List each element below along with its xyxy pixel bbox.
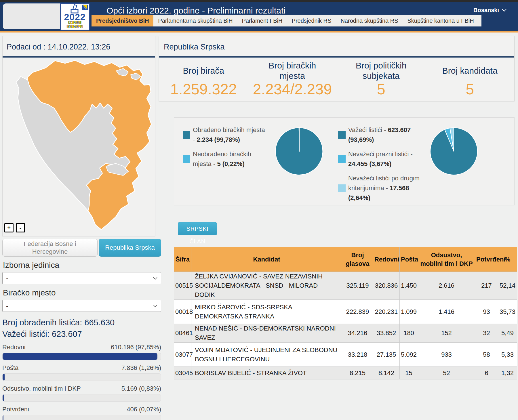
cell-sifra: 03045 — [174, 367, 191, 379]
table-header-row: Šifra Kandidat Broj glasova Redovni Pošt… — [174, 247, 517, 272]
logo-background-panel — [3, 3, 60, 29]
legend-swatch — [338, 184, 346, 192]
col-odsustvo: Odsustvo, mobilni tim i DKP — [418, 247, 475, 272]
cell-sifra: 00515 — [174, 272, 191, 300]
tab-narodna-skupstina-rs[interactable]: Narodna skupština RS — [336, 15, 403, 26]
page: { "header": { "title": "Opći izbori 2022… — [0, 0, 518, 420]
tab-predsjednik-rs[interactable]: Predsjednik RS — [287, 15, 336, 26]
cell-posta: 1.099 — [400, 300, 418, 324]
cell-broj-glasova: 34.216 — [342, 324, 373, 343]
col-posta: Pošta — [400, 247, 418, 272]
election-2022-logo: 2022 IZBORI ИЗБОРИ — [60, 3, 90, 30]
tab-skupstine-kantona-fbih[interactable]: Skupštine kantona u FBiH — [403, 15, 479, 26]
bar-value: 406 (0,07%) — [127, 406, 161, 413]
cell-pct: 52,14 — [498, 272, 517, 300]
language-selector[interactable]: Bosanski — [473, 7, 506, 14]
candidates-results-table: Šifra Kandidat Broj glasova Redovni Pošt… — [174, 247, 517, 379]
cell-posta: 5.092 — [400, 343, 418, 367]
progress-track — [2, 415, 161, 420]
polling-stations-pie-chart — [275, 127, 324, 176]
legend-item: Važeći listići - 623.607 (93,69%) — [338, 125, 426, 145]
cell-redovni: 8.142 — [373, 367, 400, 379]
progress-fill — [3, 415, 3, 420]
bar-label: Potvrđeni — [2, 406, 29, 413]
stat-biracka-mjesta: Broj biračkih mjesta 2.234/2.239 — [248, 58, 337, 101]
cell-pct: 5,49 — [498, 324, 517, 343]
col-potvrdjeni: Potvrđeni — [475, 247, 498, 272]
processed-ballots-total: Broj obrađenih listića: 665.630 — [2, 317, 161, 328]
cell-potvrdjeni: 217 — [475, 272, 498, 300]
stat-broj-biraca: Broj birača 1.259.322 — [159, 58, 248, 101]
cell-pct: 1,32 — [498, 367, 517, 379]
legend-value: 24.455 (3,67%) — [348, 160, 391, 167]
cell-posta: 180 — [400, 324, 418, 343]
cell-broj-glasova: 33.218 — [342, 343, 373, 367]
legend-swatch — [183, 131, 190, 139]
cell-potvrdjeni: 32 — [475, 324, 498, 343]
legend-swatch — [338, 155, 346, 163]
tab-parlamentarna-skupstina-bih[interactable]: Parlamentarna skupština BiH — [153, 15, 237, 26]
stat-politicki-subjekti: Broj političkih subjekata 5 — [337, 58, 426, 101]
stat-label: Broj biračkih mjesta — [248, 58, 337, 81]
bar-group-odsustvo: Odsustvo, mobilni tim i DKP 5.169 (0,83%… — [2, 385, 161, 402]
cell-redovni: 320.836 — [373, 272, 400, 300]
legend-value: 2.234 (99,78%) — [197, 136, 240, 143]
logo-subtitle: IZBORI ИЗБОРИ — [61, 20, 89, 28]
cell-pct: 5,33 — [498, 343, 517, 367]
table-row: 03077 VOJIN MIJATOVIĆ - UJEDINJENI ZA SL… — [174, 343, 517, 367]
tab-republika-srpska[interactable]: Republika Srpska — [99, 239, 161, 257]
izborna-jedinica-select[interactable]: - — [2, 272, 161, 284]
cell-odsustvo: 933 — [418, 343, 475, 367]
valid-ballots-total: Važeći listići: 623.607 — [2, 329, 161, 339]
stat-value: 2.234/2.239 — [253, 81, 332, 97]
table-row: 03045 BORISLAV BIJELIĆ - STRANKA ŽIVOT 8… — [174, 367, 517, 379]
cell-sifra: 00461 — [174, 324, 191, 343]
polling-stations-legend: Obrađeno biračkih mjesta - 2.234 (99,78%… — [183, 125, 266, 205]
bar-group-potvrdjeni: Potvrđeni 406 (0,07%) — [2, 406, 161, 420]
cell-broj-glasova: 8.215 — [342, 367, 373, 379]
cell-odsustvo: 52 — [418, 367, 475, 379]
cell-pct: 35,73 — [498, 300, 517, 324]
cell-odsustvo: 2.616 — [418, 272, 475, 300]
bar-value: 5.169 (0,83%) — [121, 385, 161, 392]
tab-federacija-bih[interactable]: Federacija Bosne i Hercegovine — [2, 239, 98, 257]
bar-label: Odsustvo, mobilni tim i DKP — [2, 385, 81, 392]
bih-flag-icon — [82, 5, 88, 10]
stat-value: 5 — [377, 81, 385, 97]
progress-fill — [3, 374, 5, 381]
stat-value: 5 — [466, 81, 474, 97]
izborna-jedinica-label: Izborna jedinica — [3, 261, 161, 270]
stat-label: Broj političkih subjekata — [337, 58, 426, 81]
ballots-legend: Važeći listići - 623.607 (93,69%) Nevaže… — [338, 125, 426, 205]
tab-predsjednistvo-bih[interactable]: Predsjedništvo BiH — [92, 15, 153, 26]
cell-sifra: 00018 — [174, 300, 191, 324]
bar-value: 610.196 (97,85%) — [111, 343, 161, 351]
progress-track — [2, 353, 161, 360]
map-zoom-in-button[interactable]: + — [4, 223, 14, 232]
legend-name: Nevažeći prazni listići - — [348, 150, 413, 158]
bar-group-posta: Pošta 7.836 (1,26%) — [2, 364, 161, 381]
legend-item: Nevažeći listići po drugim kriterijumima… — [338, 173, 426, 203]
srpski-clan-button[interactable]: SRPSKI ČLAN — [178, 222, 217, 235]
cell-redovni: 27.135 — [373, 343, 400, 367]
cell-kandidat: VOJIN MIJATOVIĆ - UJEDINJENI ZA SLOBODNU… — [191, 343, 342, 367]
data-timestamp: Podaci od : 14.10.2022. 13:26 — [3, 36, 155, 58]
cell-broj-glasova: 325.119 — [342, 272, 373, 300]
table-row: 00515 ŽELJKA CVIJANOVIĆ - SAVEZ NEZAVISN… — [174, 272, 517, 300]
biracko-mjesto-select[interactable]: - — [2, 300, 161, 312]
cell-potvrdjeni: 58 — [475, 343, 498, 367]
col-sifra: Šifra — [174, 247, 191, 272]
tab-parlament-fbih[interactable]: Parlament FBiH — [237, 15, 287, 26]
cell-odsustvo: 1.416 — [418, 300, 475, 324]
biracko-mjesto-value: - — [6, 302, 8, 310]
cell-broj-glasova: 222.839 — [342, 300, 373, 324]
chevron-down-icon — [502, 9, 506, 12]
legend-swatch — [183, 155, 190, 163]
map-panel: Podaci od : 14.10.2022. 13:26 + - — [2, 36, 155, 236]
biracko-mjesto-label: Biračko mjesto — [3, 288, 161, 297]
left-controls: Federacija Bosne i Hercegovine Republika… — [2, 239, 161, 420]
charts-panel: Obrađeno biračkih mjesta - 2.234 (99,78%… — [174, 117, 515, 205]
stat-label: Broj kandidata — [431, 58, 509, 81]
col-redovni: Redovni — [373, 247, 400, 272]
map-zoom-out-button[interactable]: - — [16, 223, 25, 232]
